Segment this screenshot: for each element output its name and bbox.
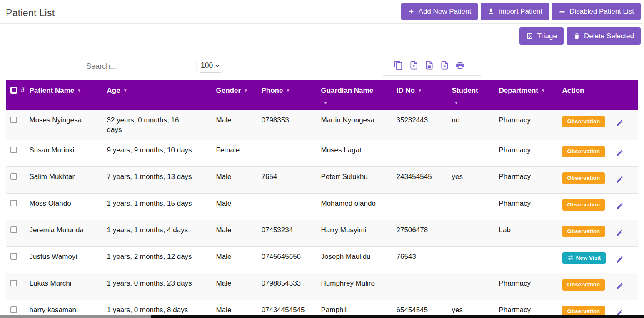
table-header-row: #Patient Name▼Age▼Gender▼Phone▼Guardian … [6, 80, 638, 110]
column-label: Action [562, 87, 584, 94]
cell-age: 9 years, 9 months, 10 days [107, 140, 216, 166]
disabled-patient-list-button[interactable]: Disabled Patient List [552, 3, 641, 20]
export-print-button[interactable] [455, 60, 465, 70]
observation-button[interactable]: Observation [562, 116, 605, 127]
cell-gender: Male [216, 220, 262, 246]
cell-select [6, 246, 30, 273]
column-label: Gender [216, 87, 241, 94]
cell-action: Observation [562, 273, 638, 300]
observation-button[interactable]: Observation [562, 199, 605, 211]
observation-button[interactable]: Observation [562, 226, 605, 237]
cell-id-no: 27506478 [397, 220, 452, 246]
age-text: 7 years, 1 months, 13 days [107, 172, 194, 182]
cell-phone: 7654 [262, 166, 321, 193]
export-pdf-button[interactable]: A [440, 60, 449, 70]
age-text: 1 years, 0 months, 8 days [107, 306, 194, 315]
cell-id-no: 243454545 [397, 166, 452, 193]
cell-phone: 0798353 [262, 110, 321, 140]
edit-patient-button[interactable] [616, 202, 624, 210]
row-checkbox[interactable] [10, 173, 17, 180]
row-checkbox[interactable] [10, 280, 17, 286]
upload-icon [487, 8, 494, 15]
scrollbar-thumb[interactable] [0, 315, 151, 318]
edit-patient-button[interactable] [616, 149, 624, 157]
cell-patient-name: Jeremia Mulunda [30, 220, 107, 246]
age-text: 9 years, 9 months, 10 days [107, 146, 194, 155]
row-checkbox[interactable] [10, 117, 17, 123]
export-excel-button[interactable]: X [409, 60, 419, 70]
button-label: Delete Selected [584, 32, 634, 40]
cell-gender: Male [216, 273, 262, 300]
search-input[interactable] [85, 60, 194, 72]
column-header-id_no[interactable]: ID No▼ [397, 80, 452, 110]
action-label: Observation [567, 148, 600, 154]
sort-caret-icon: ▼ [123, 88, 127, 93]
column-header-age[interactable]: Age▼ [107, 80, 216, 110]
new-visit-button[interactable]: New Visit [562, 252, 606, 264]
export-copy-button[interactable] [394, 60, 403, 70]
column-label: Phone [262, 87, 283, 94]
cell-select [6, 273, 30, 300]
cell-department: Pharmacy [499, 110, 562, 140]
excel-file-icon: X [409, 60, 419, 70]
cell-student [452, 246, 499, 273]
table-toolbar: 100 X A [0, 45, 644, 80]
cell-gender: Male [216, 166, 262, 193]
cell-age: 1 years, 2 months, 12 days [107, 246, 216, 273]
column-label: Patient Name [30, 87, 75, 94]
import-patient-button[interactable]: Import Patient [481, 3, 549, 20]
cell-patient-name: Moses Nyingesa [30, 110, 107, 140]
cell-department: Pharmacy [499, 193, 562, 220]
cell-select [6, 110, 30, 140]
svg-text:X: X [412, 64, 415, 68]
row-checkbox[interactable] [10, 306, 17, 313]
delete-selected-button[interactable]: Delete Selected [567, 27, 641, 45]
column-header-select: # [6, 80, 30, 110]
horizontal-scrollbar[interactable] [0, 315, 644, 318]
edit-patient-button[interactable] [616, 256, 624, 263]
secondary-buttons: Triage Delete Selected [0, 24, 644, 45]
button-label: Disabled Patient List [569, 7, 634, 16]
patient-row: Jeremia Mulunda1 years, 1 months, 4 days… [6, 220, 638, 246]
cell-patient-name: Susan Muriuki [30, 140, 107, 166]
observation-button[interactable]: Observation [562, 279, 605, 291]
page-size-select[interactable]: 100 [196, 60, 224, 73]
column-header-department[interactable]: Department▼ [499, 80, 562, 110]
sort-caret-icon: ▼ [77, 88, 81, 93]
row-checkbox[interactable] [10, 226, 17, 233]
cell-guardian-name: Joseph Maulidu [321, 246, 397, 273]
select-all-checkbox[interactable] [10, 87, 17, 94]
row-checkbox[interactable] [10, 200, 17, 206]
column-label: Student [452, 87, 478, 94]
sort-caret-icon: ▼ [286, 88, 290, 93]
row-checkbox[interactable] [10, 253, 17, 260]
cell-phone [262, 193, 321, 220]
column-header-action: Action [562, 80, 638, 110]
column-header-guardian_name[interactable]: Guardian Name▼ [321, 80, 397, 110]
add-new-patient-button[interactable]: Add New Patient [401, 3, 478, 20]
cell-id-no [397, 193, 452, 220]
cell-phone: 0798854533 [262, 273, 321, 300]
observation-button[interactable]: Observation [562, 146, 605, 157]
export-csv-button[interactable] [424, 60, 434, 70]
column-label: Guardian Name [321, 87, 374, 94]
row-checkbox[interactable] [10, 147, 17, 153]
column-header-student[interactable]: Student▼ [452, 80, 499, 110]
cell-department: Lab [499, 220, 562, 246]
column-header-phone[interactable]: Phone▼ [262, 80, 321, 110]
pdf-file-icon: A [440, 60, 449, 70]
edit-patient-button[interactable] [616, 176, 624, 184]
cell-guardian-name: Peterr Sulukhu [321, 166, 397, 193]
edit-patient-button[interactable] [616, 282, 624, 290]
column-header-gender[interactable]: Gender▼ [216, 80, 262, 110]
hospital-icon [526, 32, 533, 40]
edit-patient-button[interactable] [616, 119, 624, 127]
column-label: Department [499, 87, 538, 94]
observation-button[interactable]: Observation [562, 172, 605, 184]
header-buttons: Add New Patient Import Patient Disabled … [401, 3, 641, 20]
page-title: Patient List [6, 7, 55, 19]
edit-patient-button[interactable] [616, 229, 624, 237]
cell-guardian-name: Mohamed olando [321, 193, 397, 220]
triage-button[interactable]: Triage [519, 27, 564, 45]
column-header-patient_name[interactable]: Patient Name▼ [30, 80, 107, 110]
